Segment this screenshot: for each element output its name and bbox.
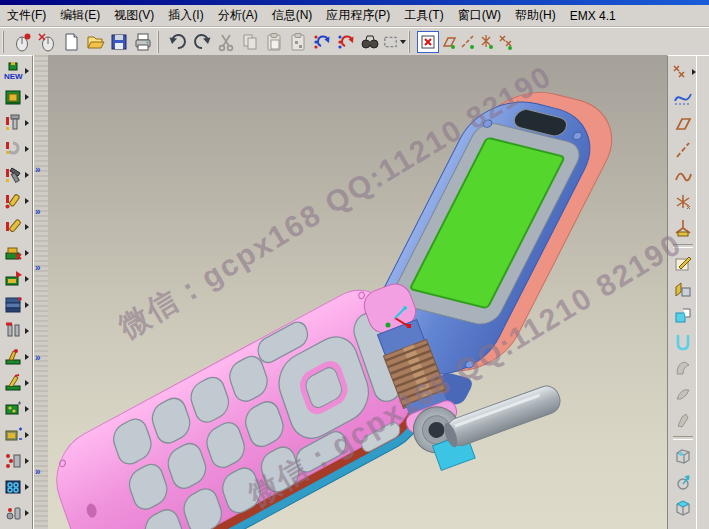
- datum-point-button[interactable]: [673, 190, 693, 214]
- emx-mold-stack-button[interactable]: [0, 293, 29, 317]
- emx-ejector-set-button[interactable]: [0, 423, 29, 447]
- flyout-arrow-icon[interactable]: [25, 510, 29, 516]
- flyout-arrow-icon[interactable]: [25, 328, 29, 334]
- draft-button[interactable]: [673, 470, 693, 494]
- menu-window[interactable]: 窗口(W): [451, 5, 508, 26]
- emx-moldbase-button[interactable]: [0, 85, 29, 109]
- flyout-arrow-icon[interactable]: [25, 146, 29, 152]
- csys-button[interactable]: [673, 216, 693, 240]
- emx-lifter-button[interactable]: [0, 371, 29, 395]
- sash-expand-icon[interactable]: »: [35, 165, 41, 175]
- dropdown-caret-icon[interactable]: [400, 40, 406, 44]
- shell-button[interactable]: [673, 496, 693, 520]
- flyout-arrow-icon[interactable]: [25, 276, 29, 282]
- save-button[interactable]: [107, 30, 131, 54]
- sash-expand-icon[interactable]: »: [35, 207, 41, 217]
- emx-ejector-plate-button[interactable]: [0, 397, 29, 421]
- flyout-arrow-icon[interactable]: [692, 69, 696, 75]
- emx-cooling-button[interactable]: [0, 475, 29, 499]
- new-file-button[interactable]: [59, 30, 83, 54]
- csys-toggle[interactable]: [496, 30, 515, 54]
- emx-bolt-button[interactable]: [0, 163, 29, 187]
- curve-button[interactable]: [673, 164, 693, 188]
- datum-plane-button[interactable]: [673, 112, 693, 136]
- flip-phone-3d-model[interactable]: [48, 55, 668, 529]
- blend-button[interactable]: [673, 356, 693, 380]
- flyout-arrow-icon[interactable]: [25, 172, 29, 178]
- flyout-arrow-icon[interactable]: [25, 94, 29, 100]
- flyout-arrow-icon[interactable]: [25, 68, 29, 74]
- hole-button[interactable]: [673, 444, 693, 468]
- emx-guide-button[interactable]: [0, 319, 29, 343]
- menu-help[interactable]: 帮助(H): [508, 5, 563, 26]
- regenerate-all-button[interactable]: [334, 30, 358, 54]
- emx-screw-button[interactable]: [0, 111, 29, 135]
- navigator-sash[interactable]: » » » » »: [33, 55, 49, 529]
- emx-locating-pin-button[interactable]: [0, 189, 29, 213]
- datum-point-toggle[interactable]: [477, 30, 496, 54]
- datum-axis-button[interactable]: [673, 138, 693, 162]
- flyout-arrow-icon[interactable]: [25, 380, 29, 386]
- boundary-blend-icon: [673, 384, 693, 404]
- cut-button[interactable]: [214, 30, 238, 54]
- menu-tools[interactable]: 工具(T): [397, 5, 450, 26]
- spline-button[interactable]: [673, 86, 693, 110]
- paste-button[interactable]: [262, 30, 286, 54]
- sketch-button[interactable]: [673, 252, 693, 276]
- emx-screw-icon: [3, 113, 23, 133]
- menu-edit[interactable]: 编辑(E): [53, 5, 107, 26]
- graphics-viewport[interactable]: [48, 55, 668, 529]
- toolbar-grip[interactable]: [157, 31, 164, 53]
- sash-expand-icon[interactable]: »: [35, 353, 41, 363]
- emx-accessory-button[interactable]: [0, 501, 29, 525]
- menu-emx[interactable]: EMX 4.1: [563, 7, 623, 25]
- sash-expand-icon[interactable]: »: [35, 467, 41, 477]
- flyout-arrow-icon[interactable]: [25, 302, 29, 308]
- paste-special-button[interactable]: [286, 30, 310, 54]
- mouse-help-button[interactable]: [11, 30, 35, 54]
- flyout-arrow-icon[interactable]: [25, 198, 29, 204]
- select-points-button[interactable]: [670, 60, 696, 84]
- select-all-toggle[interactable]: [417, 31, 439, 53]
- swept-blend-button[interactable]: [673, 408, 693, 432]
- extrude-button[interactable]: [673, 278, 693, 302]
- emx-slider-button[interactable]: [0, 345, 29, 369]
- redo-button[interactable]: [190, 30, 214, 54]
- menu-view[interactable]: 视图(V): [107, 5, 161, 26]
- regenerate-button[interactable]: [310, 30, 334, 54]
- flyout-arrow-icon[interactable]: [25, 484, 29, 490]
- menu-info[interactable]: 信息(N): [265, 5, 320, 26]
- emx-hook-button[interactable]: [0, 137, 29, 161]
- datum-plane-toggle[interactable]: [439, 30, 458, 54]
- emx-runner-button[interactable]: [0, 449, 29, 473]
- menu-file[interactable]: 文件(F): [0, 5, 53, 26]
- datum-axis-toggle[interactable]: [458, 30, 477, 54]
- emx-new-project-button[interactable]: NEW: [0, 59, 29, 83]
- print-button[interactable]: [131, 30, 155, 54]
- open-file-button[interactable]: [83, 30, 107, 54]
- mouse-select-button[interactable]: [35, 30, 59, 54]
- sash-expand-icon[interactable]: »: [35, 263, 41, 273]
- flyout-arrow-icon[interactable]: [25, 120, 29, 126]
- flyout-arrow-icon[interactable]: [25, 432, 29, 438]
- flyout-arrow-icon[interactable]: [25, 406, 29, 412]
- flyout-arrow-icon[interactable]: [25, 224, 29, 230]
- menu-applications[interactable]: 应用程序(P): [319, 5, 397, 26]
- copy-button[interactable]: [238, 30, 262, 54]
- revolve-button[interactable]: [673, 304, 693, 328]
- find-button[interactable]: [358, 30, 382, 54]
- toolbar-grip[interactable]: [408, 31, 415, 53]
- boundary-blend-button[interactable]: [673, 382, 693, 406]
- toolbar-grip[interactable]: [2, 31, 9, 53]
- flyout-arrow-icon[interactable]: [25, 458, 29, 464]
- sweep-button[interactable]: [673, 330, 693, 354]
- selection-box-button[interactable]: [382, 30, 406, 54]
- emx-insert-button[interactable]: [0, 241, 29, 265]
- flyout-arrow-icon[interactable]: [25, 250, 29, 256]
- emx-plate-button[interactable]: [0, 267, 29, 291]
- menu-analysis[interactable]: 分析(A): [211, 5, 265, 26]
- flyout-arrow-icon[interactable]: [25, 354, 29, 360]
- menu-insert[interactable]: 插入(I): [161, 5, 210, 26]
- emx-ejector-pin-button[interactable]: [0, 215, 29, 239]
- undo-button[interactable]: [166, 30, 190, 54]
